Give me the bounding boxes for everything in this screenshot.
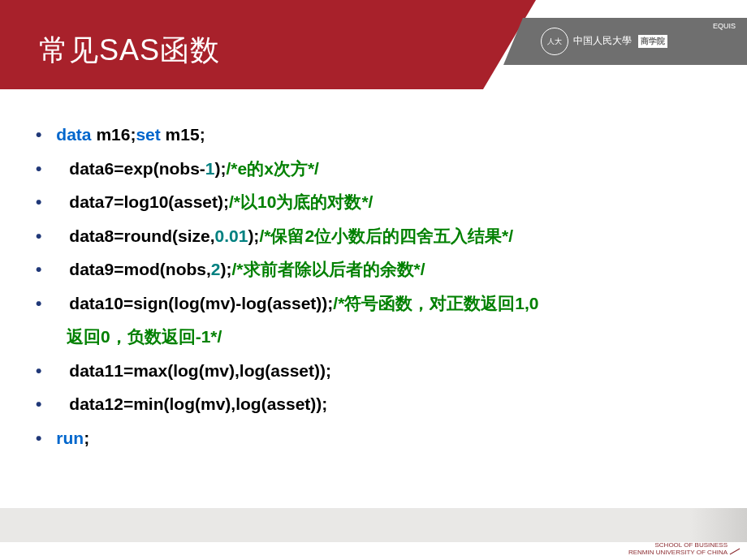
equis-accreditation: EQUIS [713,23,736,31]
bullet-icon: • [36,256,41,282]
code-segment: ); [221,260,232,278]
code-line: •data11=max(log(mv),log(asset)); [36,358,711,384]
equis-text: EQUIS [713,23,736,31]
bullet-icon: • [36,391,41,417]
code-line: •data7=log10(asset);/*以10为底的对数*/ [36,189,711,215]
bullet-icon: • [36,189,41,215]
code-wrap: data12=min(log(mv),log(asset)); [56,391,327,417]
code-segment: ); [248,226,259,245]
code-line: 返回0，负数返回-1*/ [36,324,711,350]
code-segment: m15; [161,125,205,144]
footer-line2: RENMIN UNIVERSITY OF CHINA [628,549,728,557]
footer-school-label: SCHOOL OF BUSINESS RENMIN UNIVERSITY OF … [628,541,728,557]
code-segment: set [136,125,160,144]
code-segment: /*e的x次方*/ [227,159,319,178]
code-segment: /*求前者除以后者的余数*/ [232,260,425,278]
code-segment: 0.01 [215,226,248,245]
university-name: 中国人民大學 [573,36,632,46]
business-school-badge: 商学院 [638,35,667,48]
code-continuation: 返回0，负数返回-1*/ [36,324,222,350]
code-segment: data10=sign(log(mv)-log(asset)); [69,294,333,312]
bullet-icon: • [36,425,41,451]
header-bar: 常见SAS函数 人大 中国人民大學 商学院 EQUIS [0,0,747,89]
university-seal-icon: 人大 [541,28,568,55]
code-wrap: data9=mod(nobs,2);/*求前者除以后者的余数*/ [56,256,425,282]
logo-area: 人大 中国人民大學 商学院 [541,23,736,60]
code-line: •data12=min(log(mv),log(asset)); [36,391,711,417]
footer-band [0,508,747,542]
univ-name-text: 中国人民大學 [573,36,632,46]
bullet-icon: • [36,291,41,317]
code-segment: data12=min(log(mv),log(asset)); [69,394,327,413]
code-segment: 返回0，负数返回-1*/ [67,327,222,346]
code-segment: data [56,125,91,144]
code-wrap: data6=exp(nobs-1);/*e的x次方*/ [56,156,319,182]
code-segment: 1 [205,159,215,178]
code-segment: /*保留2位小数后的四舍五入结果*/ [259,226,513,245]
bullet-icon: • [36,156,41,182]
code-segment: data11=max(log(mv),log(asset)); [69,361,331,380]
code-wrap: data11=max(log(mv),log(asset)); [56,358,331,384]
bullet-icon: • [36,223,41,249]
code-line: •data8=round(size,0.01);/*保留2位小数后的四舍五入结果… [36,223,711,249]
code-line: •data9=mod(nobs,2);/*求前者除以后者的余数*/ [36,256,711,282]
code-segment: data7=log10(asset); [69,192,229,211]
code-segment: ; [84,429,89,447]
code-segment: run [56,429,84,447]
slide-content: •data m16;set m15;•data6=exp(nobs-1);/*e… [0,89,747,450]
code-segment: /*符号函数，对正数返回1,0 [333,294,538,312]
bullet-icon: • [36,122,41,148]
code-segment: data8=round(size, [69,226,214,245]
bullet-icon: • [36,358,41,384]
footer-line1: SCHOOL OF BUSINESS [628,541,728,549]
code-line: •run; [36,425,711,451]
code-wrap: data m16;set m15; [56,122,205,148]
code-segment: ); [215,159,227,178]
footer-accent-line [730,549,741,555]
slide-title: 常见SAS函数 [39,31,220,71]
code-wrap: data8=round(size,0.01);/*保留2位小数后的四舍五入结果*… [56,223,513,249]
code-wrap: data10=sign(log(mv)-log(asset));/*符号函数，对… [56,291,538,317]
code-wrap: data7=log10(asset);/*以10为底的对数*/ [56,189,373,215]
code-wrap: run; [56,425,89,451]
code-segment: 2 [211,260,221,278]
code-segment: /*以10为底的对数*/ [229,192,373,211]
code-line: •data m16;set m15; [36,122,711,148]
code-line: •data10=sign(log(mv)-log(asset));/*符号函数，… [36,291,711,317]
code-segment: m16; [92,125,136,144]
code-segment: data6=exp(nobs- [69,159,205,178]
code-line: •data6=exp(nobs-1);/*e的x次方*/ [36,156,711,182]
code-segment: data9=mod(nobs, [69,260,210,278]
